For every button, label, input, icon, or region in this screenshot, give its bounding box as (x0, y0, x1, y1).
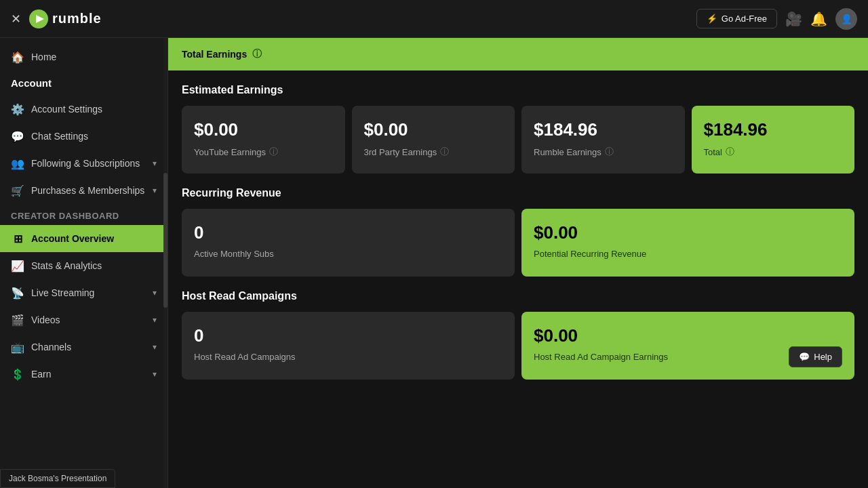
active-monthly-subs-label: Active Monthly Subs (194, 249, 502, 259)
sidebar-scrollbar-thumb (163, 173, 167, 308)
total-label: Total ⓘ (704, 146, 843, 158)
sidebar-nav: 🏠 Home Account ⚙️ Account Settings 💬 Cha… (0, 38, 167, 393)
close-icon[interactable]: ✕ (11, 12, 21, 26)
host-read-campaigns-card: 0 Host Read Ad Campaigns (182, 312, 515, 380)
third-party-value: $0.00 (364, 119, 503, 140)
recurring-revenue-cards: 0 Active Monthly Subs $0.00 Potential Re… (182, 209, 854, 277)
avatar[interactable]: 👤 (835, 8, 857, 30)
chevron-down-icon: ▾ (153, 159, 157, 168)
total-earnings-info-icon: ⓘ (252, 48, 262, 60)
creator-dashboard-section-title: Creator Dashboard (0, 204, 167, 225)
sidebar-item-following-subscriptions[interactable]: 👥 Following & Subscriptions ▾ (0, 150, 167, 177)
host-read-campaigns-heading: Host Read Campaigns (182, 290, 854, 302)
potential-recurring-card: $0.00 Potential Recurring Revenue (521, 209, 854, 277)
channels-icon: 📺 (11, 340, 24, 354)
rumble-earnings-label: Rumble Earnings ⓘ (534, 146, 673, 158)
following-subscriptions-label: Following & Subscriptions (31, 158, 153, 169)
estimated-earnings-heading: Estimated Earnings (182, 84, 854, 96)
host-read-campaigns-cards: 0 Host Read Ad Campaigns $0.00 Host Read… (182, 312, 854, 380)
sidebar-item-earn[interactable]: 💲 Earn ▾ (0, 361, 167, 388)
sidebar-item-account-overview[interactable]: ⊞ Account Overview (0, 225, 167, 252)
sidebar-home-label: Home (31, 52, 157, 62)
content-inner: Estimated Earnings $0.00 YouTube Earning… (168, 70, 868, 407)
presentation-bar: Jack Bosma's Presentation (0, 469, 115, 488)
active-monthly-subs-value: 0 (194, 222, 502, 243)
host-read-campaigns-label: Host Read Ad Campaigns (194, 352, 502, 362)
topbar-right: ⚡ Go Ad-Free 🎥 🔔 👤 (696, 8, 857, 30)
go-ad-free-label: Go Ad-Free (722, 14, 767, 24)
youtube-earnings-label: YouTube Earnings ⓘ (194, 146, 333, 158)
account-settings-icon: ⚙️ (11, 102, 24, 116)
host-read-earnings-value: $0.00 (534, 325, 842, 346)
recurring-revenue-heading: Recurring Revenue (182, 187, 854, 199)
sidebar-item-channels[interactable]: 📺 Channels ▾ (0, 333, 167, 361)
total-earnings-card: $184.96 Total ⓘ (692, 106, 855, 174)
videos-label: Videos (31, 314, 153, 325)
sidebar-item-home[interactable]: 🏠 Home (0, 43, 167, 70)
youtube-earnings-card: $0.00 YouTube Earnings ⓘ (182, 106, 345, 174)
host-read-campaigns-value: 0 (194, 325, 502, 346)
sidebar-item-account-settings[interactable]: ⚙️ Account Settings (0, 96, 167, 123)
third-party-earnings-card: $0.00 3rd Party Earnings ⓘ (352, 106, 515, 174)
chat-settings-icon: 💬 (11, 129, 24, 143)
total-value: $184.96 (704, 119, 843, 140)
sidebar-item-chat-settings[interactable]: 💬 Chat Settings (0, 123, 167, 150)
following-icon: 👥 (11, 157, 24, 170)
help-button[interactable]: 💬 Help (789, 346, 842, 367)
potential-recurring-label: Potential Recurring Revenue (534, 249, 842, 259)
rumble-info-icon: ⓘ (605, 146, 614, 158)
rumble-earnings-card: $184.96 Rumble Earnings ⓘ (521, 106, 685, 174)
stats-icon: 📈 (11, 259, 24, 272)
sidebar-item-purchases-memberships[interactable]: 🛒 Purchases & Memberships ▾ (0, 177, 167, 204)
account-overview-label: Account Overview (31, 233, 157, 244)
chevron-down-icon-2: ▾ (153, 186, 157, 195)
active-monthly-subs-card: 0 Active Monthly Subs (182, 209, 515, 277)
chevron-down-icon-5: ▾ (153, 342, 157, 352)
earn-icon: 💲 (11, 367, 24, 381)
lightning-icon: ⚡ (707, 14, 717, 24)
camera-icon[interactable]: 🎥 (785, 11, 802, 27)
account-section-title: Account (0, 70, 167, 96)
home-icon: 🏠 (11, 50, 24, 64)
live-streaming-icon: 📡 (11, 286, 24, 300)
sidebar: 🏠 Home Account ⚙️ Account Settings 💬 Cha… (0, 38, 168, 488)
sidebar-scrollbar[interactable] (163, 38, 167, 488)
logo[interactable]: rumble (29, 9, 102, 28)
bell-icon[interactable]: 🔔 (810, 11, 827, 27)
topbar: ✕ rumble ⚡ Go Ad-Free 🎥 🔔 👤 (0, 0, 868, 38)
sidebar-item-live-streaming[interactable]: 📡 Live Streaming ▾ (0, 279, 167, 306)
help-label: Help (814, 352, 832, 362)
third-party-info-icon: ⓘ (440, 146, 449, 158)
total-earnings-bar[interactable]: Total Earnings ⓘ (168, 38, 868, 70)
earn-label: Earn (31, 369, 153, 380)
estimated-earnings-cards: $0.00 YouTube Earnings ⓘ $0.00 3rd Party… (182, 106, 854, 174)
sidebar-item-stats-analytics[interactable]: 📈 Stats & Analytics (0, 252, 167, 279)
layout: 🏠 Home Account ⚙️ Account Settings 💬 Cha… (0, 38, 868, 488)
chat-settings-label: Chat Settings (31, 131, 157, 142)
purchases-icon: 🛒 (11, 184, 24, 197)
rumble-earnings-value: $184.96 (534, 119, 673, 140)
chevron-down-icon-3: ▾ (153, 288, 157, 298)
account-overview-icon: ⊞ (11, 232, 24, 245)
help-chat-icon: 💬 (799, 352, 810, 362)
purchases-memberships-label: Purchases & Memberships (31, 185, 153, 196)
rumble-logo-icon (29, 9, 48, 28)
videos-icon: 🎬 (11, 313, 24, 327)
live-streaming-label: Live Streaming (31, 287, 153, 298)
youtube-info-icon: ⓘ (269, 146, 278, 158)
stats-analytics-label: Stats & Analytics (31, 260, 157, 271)
channels-label: Channels (31, 342, 153, 352)
go-ad-free-button[interactable]: ⚡ Go Ad-Free (696, 9, 777, 28)
main-content: Total Earnings ⓘ Estimated Earnings $0.0… (168, 38, 868, 488)
host-read-earnings-card: $0.00 Host Read Ad Campaign Earnings 💬 H… (521, 312, 854, 380)
presentation-label: Jack Bosma's Presentation (9, 474, 106, 483)
third-party-label: 3rd Party Earnings ⓘ (364, 146, 503, 158)
chevron-down-icon-6: ▾ (153, 369, 157, 379)
sidebar-item-videos[interactable]: 🎬 Videos ▾ (0, 306, 167, 333)
account-settings-label: Account Settings (31, 104, 157, 115)
total-info-icon: ⓘ (726, 146, 734, 158)
youtube-earnings-value: $0.00 (194, 119, 333, 140)
chevron-down-icon-4: ▾ (153, 315, 157, 325)
topbar-left: ✕ rumble (11, 9, 102, 28)
logo-text: rumble (52, 11, 102, 26)
